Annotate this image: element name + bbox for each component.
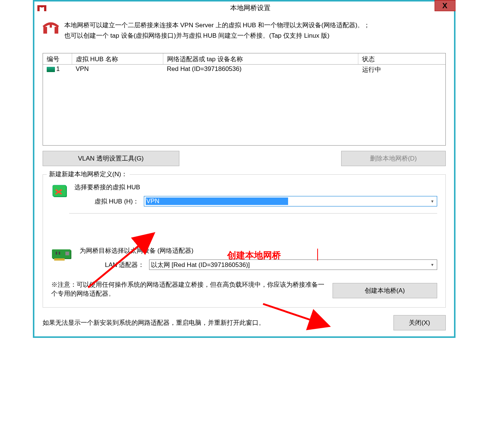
svg-rect-5 (55, 27, 58, 34)
titlebar: 本地网桥设置 X (34, 1, 454, 14)
chevron-down-icon: ▾ (429, 262, 435, 267)
svg-rect-3 (41, 6, 43, 7)
bridge-table: 编号 虚拟 HUB 名称 网络适配器或 tap 设备名称 状态 1 VPN Re… (43, 53, 446, 146)
intro-line2: 也可以创建一个 tap 设备(虚拟网络接口)并与虚拟 HUB 间建立一个桥接。(… (64, 31, 370, 41)
chevron-down-icon: ▾ (429, 199, 435, 204)
new-bridge-group: 新建新建本地网桥定义(N)： 选择要桥接的虚拟 HUB 虚拟 HUB (H)： … (43, 174, 446, 308)
bridge-icon (43, 22, 59, 34)
table-row[interactable]: 1 VPN Red Hat (ID=3971860536) 运行中 (43, 65, 445, 75)
delete-bridge-button[interactable]: 删除本地网桥(D) (341, 151, 446, 166)
vlan-tool-button[interactable]: VLAN 透明设置工具(G) (43, 151, 179, 166)
nic-row-icon (47, 67, 55, 72)
svg-rect-11 (65, 252, 69, 255)
cell-adapter: Red Hat (ID=3971860536) (163, 65, 358, 75)
window-title: 本地网桥设置 (47, 3, 454, 12)
col-status[interactable]: 状态 (358, 53, 445, 64)
group-title: 新建新建本地网桥定义(N)： (47, 170, 130, 178)
nic-section-head: 为网桥目标选择以太网设备 (网络适配器) (80, 246, 437, 255)
cell-num: 1 (56, 65, 60, 72)
svg-rect-1 (44, 7, 46, 11)
cell-status: 运行中 (358, 65, 445, 75)
col-adapter[interactable]: 网络适配器或 tap 设备名称 (163, 53, 358, 64)
close-button[interactable]: 关闭(X) (393, 315, 446, 330)
note-text: ※注意：可以使用任何操作系统的网络适配器建立桥接，但在高负载环境中，你应该为桥接… (51, 280, 328, 298)
intro-section: 本地网桥可以建立一个二层桥接来连接本 VPN Server 上的虚拟 HUB 和… (43, 20, 446, 41)
nic-label: LAN 适配器： (80, 261, 145, 269)
footer-text: 如果无法显示一个新安装到系统的网路适配器，重启电脑，并重新打开此窗口。 (43, 318, 265, 327)
svg-rect-14 (59, 252, 60, 255)
nic-combobox-value: 以太网 [Red Hat (ID=3971860536)] (151, 261, 429, 269)
svg-rect-0 (37, 7, 40, 11)
col-hub[interactable]: 虚拟 HUB 名称 (72, 53, 163, 64)
hub-section-head: 选择要桥接的虚拟 HUB (74, 182, 437, 192)
intro-line1: 本地网桥可以建立一个二层桥接来连接本 VPN Server 上的虚拟 HUB 和… (64, 20, 370, 31)
divider (69, 213, 437, 214)
hub-icon (51, 182, 69, 200)
app-icon (37, 4, 47, 11)
svg-rect-6 (50, 25, 52, 28)
close-window-button[interactable]: X (435, 0, 455, 11)
hub-label: 虚拟 HUB (H)： (74, 197, 139, 206)
cell-hub: VPN (72, 65, 163, 75)
nic-combobox[interactable]: 以太网 [Red Hat (ID=3971860536)] ▾ (149, 259, 437, 270)
col-num[interactable]: 编号 (43, 53, 72, 64)
svg-rect-4 (43, 27, 47, 34)
create-bridge-button[interactable]: 创建本地桥(A) (333, 283, 437, 298)
hub-combobox-value: VPN (146, 197, 288, 205)
svg-rect-12 (54, 258, 65, 261)
svg-rect-13 (56, 252, 57, 255)
hub-combobox[interactable]: VPN ▾ (144, 196, 437, 206)
nic-icon (51, 248, 74, 263)
